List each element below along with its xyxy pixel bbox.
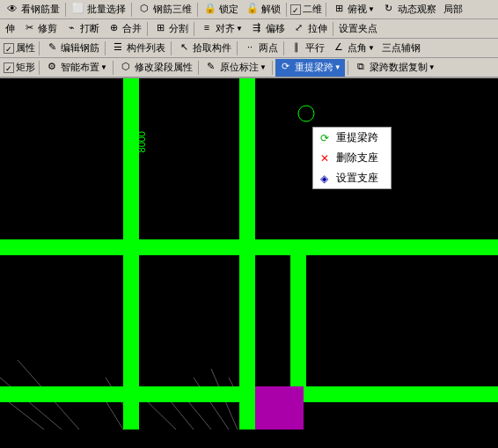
btn-edit-rebar[interactable]: ✎ 编辑钢筋	[42, 40, 102, 57]
two-point-icon: ··	[243, 41, 257, 55]
trim-icon: ✂	[22, 22, 36, 36]
svg-line-0	[0, 378, 62, 430]
merge-icon: ⊕	[106, 22, 121, 36]
sep7	[194, 22, 194, 36]
select-icon: ⬜	[71, 3, 85, 17]
btn-see-rebar[interactable]: 👁 看钢筋量	[3, 1, 62, 18]
svg-line-8	[194, 378, 229, 430]
sep13	[283, 41, 284, 55]
horizontal-line-upper	[0, 239, 498, 255]
btn-split[interactable]: ⊞ 分割	[150, 20, 191, 38]
sep11	[171, 41, 172, 55]
sep15	[113, 61, 114, 75]
edit-rebar-icon: ✎	[45, 41, 59, 55]
sep6	[147, 22, 148, 36]
btn-trim[interactable]: ✂ 修剪	[19, 20, 60, 38]
btn-set-grip[interactable]: 设置夹点	[336, 20, 380, 38]
modify-beam-icon: ⬡	[119, 61, 133, 75]
sep12	[237, 41, 238, 55]
reextract-icon: ⟳	[279, 61, 293, 75]
toolbar-row-3: 属性 ✎ 编辑钢筋 ☰ 构件列表 ↖ 拾取构件 ·· 两点 ∥ 平行 ∠ 点角	[0, 39, 498, 58]
btn-align[interactable]: ≡ 对齐 ▼	[197, 20, 245, 38]
canvas-label-8000: 8000	[136, 131, 147, 152]
chk-rect[interactable]: 矩形	[2, 60, 37, 75]
btn-annotate[interactable]: ✎ 原位标注 ▼	[201, 59, 269, 77]
stretch-icon: ⤢	[292, 22, 306, 36]
set-support-icon: ◈	[320, 173, 333, 185]
btn-top-view[interactable]: ⊞ 俯视 ▼	[329, 1, 377, 18]
parallel-icon: ∥	[289, 41, 304, 55]
btn-reextract-span[interactable]: ⟳ 重提梁跨 ▼	[275, 59, 345, 77]
list-icon: ☰	[111, 41, 125, 55]
sep5	[326, 3, 326, 17]
sep9	[39, 41, 40, 55]
chk-2d[interactable]: 二维	[289, 2, 324, 17]
chk-prop-box	[4, 43, 14, 54]
break-icon: ⌁	[64, 22, 78, 36]
canvas-area: 8000 ⟳ 重提梁跨 ✕ 删除支座 ◈ 设置支座	[0, 78, 498, 430]
sep18	[348, 61, 348, 75]
sep17	[272, 61, 273, 75]
sep2	[131, 3, 132, 17]
delete-support-icon: ✕	[320, 152, 333, 165]
btn-extend[interactable]: 伸	[3, 20, 18, 38]
align-icon: ≡	[200, 22, 214, 36]
menu-item-delete-support[interactable]: ✕ 删除支座	[313, 148, 391, 168]
btn-break[interactable]: ⌁ 打断	[62, 20, 102, 38]
toolbar-row-4: 矩形 ⚙ 智能布置 ▼ ⬡ 修改梁段属性 ✎ 原位标注 ▼ ⟳ 重提梁跨 ▼ ⧉…	[0, 58, 498, 77]
reextract-menu-icon: ⟳	[320, 132, 333, 144]
purple-block	[255, 386, 304, 430]
chk-prop[interactable]: 属性	[2, 40, 37, 55]
chk-rect-box	[4, 62, 14, 73]
btn-three-point[interactable]: 三点辅钢	[379, 40, 423, 57]
eye-icon: 👁	[5, 3, 19, 17]
unlock-icon: 🔓	[245, 3, 260, 17]
vertical-line-small-right	[290, 239, 306, 402]
toolbar-row-2: 伸 ✂ 修剪 ⌁ 打断 ⊕ 合并 ⊞ 分割 ≡ 对齐 ▼ ⇶ 偏移 ⤢	[0, 19, 498, 39]
menu-item-set-support[interactable]: ◈ 设置支座	[313, 168, 391, 188]
lock-icon: 🔒	[203, 3, 217, 17]
menu-item-reextract[interactable]: ⟳ 重提梁跨	[313, 128, 391, 148]
split-icon: ⊞	[153, 22, 167, 36]
btn-dynamic-observe[interactable]: ↻ 动态观察	[379, 1, 439, 18]
rebar-3d-icon: ⬡	[137, 3, 151, 17]
offset-icon: ⇶	[250, 22, 264, 36]
btn-merge[interactable]: ⊕ 合并	[104, 20, 144, 38]
dynamic-icon: ↻	[382, 3, 396, 17]
btn-partial[interactable]: 局部	[441, 1, 465, 18]
btn-smart-layout[interactable]: ⚙ 智能布置 ▼	[42, 59, 110, 77]
toolbar-area: 👁 看钢筋量 ⬜ 批量选择 ⬡ 钢筋三维 🔒 锁定 🔓 解锁 二维 ⊞	[0, 0, 498, 78]
btn-pick-component[interactable]: ↖ 拾取构件	[174, 40, 234, 57]
dropdown-menu: ⟳ 重提梁跨 ✕ 删除支座 ◈ 设置支座	[312, 127, 392, 189]
btn-batch-select[interactable]: ⬜ 批量选择	[69, 1, 128, 18]
horizontal-line-lower	[0, 386, 498, 402]
sep3	[197, 3, 198, 17]
btn-stretch[interactable]: ⤢ 拉伸	[289, 20, 330, 38]
btn-offset[interactable]: ⇶ 偏移	[247, 20, 288, 38]
copy-icon: ⧉	[354, 61, 368, 75]
chk-2d-box	[290, 4, 301, 15]
btn-lock[interactable]: 🔒 锁定	[201, 1, 241, 18]
sep8	[333, 22, 333, 36]
btn-two-point[interactable]: ·· 两点	[240, 40, 281, 57]
btn-angle[interactable]: ∠ 点角 ▼	[329, 40, 377, 57]
view-icon: ⊞	[332, 3, 346, 17]
btn-rebar-3d[interactable]: ⬡ 钢筋三维	[135, 1, 194, 18]
btn-component-list[interactable]: ☰ 构件列表	[108, 40, 168, 57]
sep1	[65, 3, 66, 17]
svg-point-11	[298, 106, 314, 121]
btn-copy-span-data[interactable]: ⧉ 梁跨数据复制 ▼	[351, 59, 438, 77]
btn-parallel[interactable]: ∥ 平行	[287, 40, 327, 57]
sep4	[286, 3, 287, 17]
smart-icon: ⚙	[45, 61, 59, 75]
btn-unlock[interactable]: 🔓 解锁	[243, 1, 283, 18]
sep10	[105, 41, 106, 55]
annotate-icon: ✎	[204, 61, 218, 75]
pick-icon: ↖	[177, 41, 191, 55]
toolbar-row-1: 👁 看钢筋量 ⬜ 批量选择 ⬡ 钢筋三维 🔒 锁定 🔓 解锁 二维 ⊞	[0, 0, 498, 19]
sep16	[198, 61, 199, 75]
angle-icon: ∠	[332, 41, 346, 55]
btn-modify-beam[interactable]: ⬡ 修改梁段属性	[116, 59, 195, 77]
sep14	[39, 61, 40, 75]
